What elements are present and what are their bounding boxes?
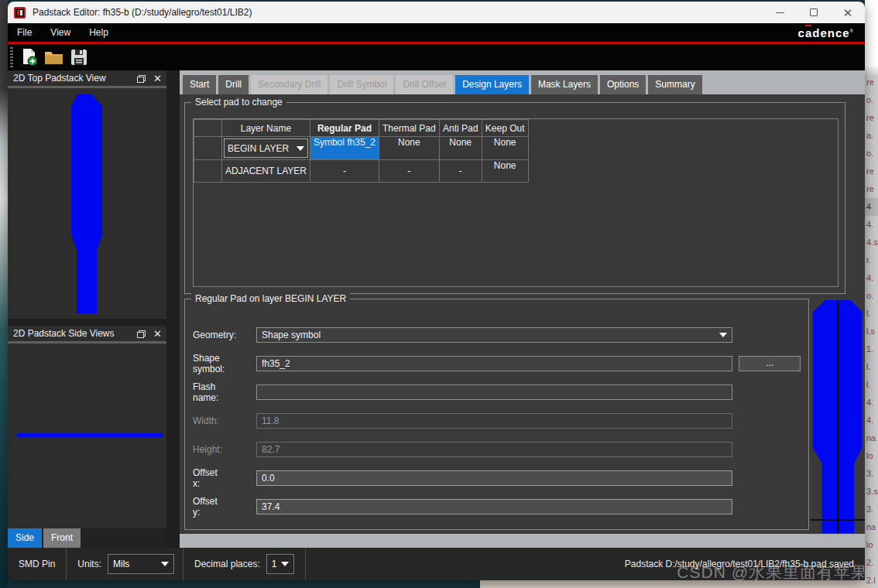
background-text-fragment: 2.l <box>865 572 878 588</box>
minimize-button[interactable] <box>763 2 797 23</box>
decimal-places-combobox[interactable]: 1 <box>266 554 294 574</box>
background-text-fragment: l. <box>865 358 878 376</box>
pad-table: Layer Name Regular Pad Thermal Pad Anti … <box>194 119 529 183</box>
maximize-button[interactable] <box>797 2 831 23</box>
background-text-fragment: r. <box>865 251 878 269</box>
tab-summary[interactable]: Summary <box>648 75 701 94</box>
float-panel-icon[interactable] <box>139 330 146 337</box>
background-text-fragment: re <box>865 74 878 91</box>
tab-options[interactable]: Options <box>600 75 646 94</box>
geometry-label: Geometry: <box>193 330 236 340</box>
col-header-layer-name: Layer Name <box>222 120 310 137</box>
chevron-down-icon <box>281 562 289 566</box>
close-panel-icon[interactable]: ✕ <box>153 74 162 84</box>
pad-preview <box>811 299 865 535</box>
toolbar <box>8 44 865 70</box>
new-file-icon <box>20 48 39 67</box>
tab-design-layers[interactable]: Design Layers <box>455 75 529 94</box>
geometry-combobox[interactable]: Shape symbol <box>256 327 732 343</box>
side-view-header: 2D Padstack Side Views ✕ <box>8 326 166 341</box>
open-padstack-button[interactable] <box>43 46 66 69</box>
offset-y-input[interactable] <box>256 499 732 514</box>
anti-pad-cell-adjacent[interactable]: - <box>439 160 482 183</box>
background-text-fragment: 1. <box>865 340 878 358</box>
background-text-fragment: 4. <box>865 412 878 429</box>
units-value: Mils <box>113 559 129 569</box>
height-input <box>256 442 732 457</box>
row-selector-cell[interactable] <box>194 160 222 183</box>
tab-front[interactable]: Front <box>43 528 81 548</box>
col-header-regular-pad: Regular Pad <box>310 120 379 137</box>
tab-drill-symbol: Drill Symbol <box>330 75 393 94</box>
tab-side[interactable]: Side <box>8 528 42 548</box>
chevron-down-icon <box>719 333 727 337</box>
save-padstack-button[interactable] <box>67 46 91 69</box>
shape-symbol-input[interactable] <box>256 356 732 371</box>
flash-name-label: Flash name: <box>193 381 218 403</box>
height-label: Height: <box>193 444 222 455</box>
desktop-wallpaper-left <box>0 0 8 588</box>
menubar: File View Help cadence® <box>8 23 865 42</box>
keep-out-cell-begin[interactable]: None <box>482 137 528 160</box>
padstack-editor-window: Padstack Editor: fh35-b (D:/study/allegr… <box>8 2 865 580</box>
save-floppy-icon <box>70 48 88 67</box>
browse-shape-button[interactable]: ... <box>739 356 801 371</box>
menu-help[interactable]: Help <box>80 23 118 42</box>
menu-view[interactable]: View <box>41 23 80 42</box>
offset-x-label: Offset x: <box>193 467 218 489</box>
top-pad-shape <box>8 88 166 319</box>
background-text-fragment: 4 <box>865 198 878 216</box>
shape-symbol-label: Shape symbol: <box>193 353 225 374</box>
minimize-icon <box>776 12 784 13</box>
thermal-pad-cell-adjacent[interactable]: - <box>379 160 439 183</box>
background-text-fragment: lo <box>865 447 878 465</box>
begin-layer-label: BEGIN LAYER <box>228 143 289 154</box>
thermal-pad-cell-begin[interactable]: None <box>379 137 439 160</box>
background-text-fragment: 3.s <box>865 483 878 501</box>
regular-pad-cell-adjacent[interactable]: - <box>310 160 379 183</box>
menu-file[interactable]: File <box>8 23 41 42</box>
regular-pad-cell-begin[interactable]: Symbol fh35_2 <box>310 137 379 160</box>
keep-out-cell-adjacent[interactable]: None <box>482 160 528 183</box>
close-panel-icon[interactable]: ✕ <box>153 329 162 339</box>
background-text-fragment: 4. <box>865 269 878 287</box>
pin-mode-label: SMD Pin <box>19 559 55 569</box>
background-fragments: reo.rea.o.rere44.4.sr.4.o.l.l.s1.l.l.4.4… <box>865 0 878 588</box>
pad-table-container: Layer Name Regular Pad Thermal Pad Anti … <box>193 118 839 287</box>
begin-layer-combo[interactable]: BEGIN LAYER <box>222 137 310 160</box>
adjacent-layer-cell[interactable]: ADJACENT LAYER <box>222 160 310 183</box>
flash-name-input[interactable] <box>256 385 732 400</box>
float-panel-icon[interactable] <box>139 75 146 81</box>
toolbar-drag-handle[interactable] <box>10 47 13 67</box>
background-text-fragment: l. <box>865 376 878 394</box>
background-text-fragment: 3. <box>865 501 878 518</box>
new-padstack-button[interactable] <box>18 46 41 69</box>
background-text-fragment: 2. <box>865 554 878 572</box>
background-text-fragment: 3. <box>865 465 878 483</box>
left-dock: 2D Top Padstack View ✕ 2D Padstack Side … <box>8 70 166 548</box>
preview-pad-shape <box>811 299 865 535</box>
tab-mask-layers[interactable]: Mask Layers <box>531 75 598 94</box>
background-text-fragment: 4.s <box>865 234 878 251</box>
top-padstack-view[interactable] <box>8 88 166 319</box>
design-layers-pane: Select pad to change Layer Name Regular … <box>180 94 865 534</box>
main-tabstrip: Start Drill Secondary Drill Drill Symbol… <box>180 70 865 94</box>
statusbar-separator <box>305 548 306 580</box>
side-padstack-view[interactable] <box>8 344 166 528</box>
offset-x-input[interactable] <box>256 470 732 486</box>
width-label: Width: <box>193 415 219 426</box>
units-combobox[interactable]: Mils <box>108 554 174 574</box>
background-text-fragment: 4. <box>865 216 878 234</box>
row-selector-cell[interactable] <box>194 137 222 160</box>
anti-pad-cell-begin[interactable]: None <box>439 137 482 160</box>
tab-secondary-drill: Secondary Drill <box>251 75 328 94</box>
width-input <box>256 413 732 429</box>
tab-drill[interactable]: Drill <box>218 75 249 94</box>
select-pad-group: Select pad to change Layer Name Regular … <box>184 102 845 294</box>
side-view-tabs: Side Front <box>8 528 166 548</box>
tab-start[interactable]: Start <box>183 75 216 94</box>
units-label: Units: <box>77 559 101 569</box>
offset-y-label: Offset y: <box>193 496 218 518</box>
background-text-fragment: o. <box>865 287 878 305</box>
close-button[interactable]: ✕ <box>831 2 865 23</box>
